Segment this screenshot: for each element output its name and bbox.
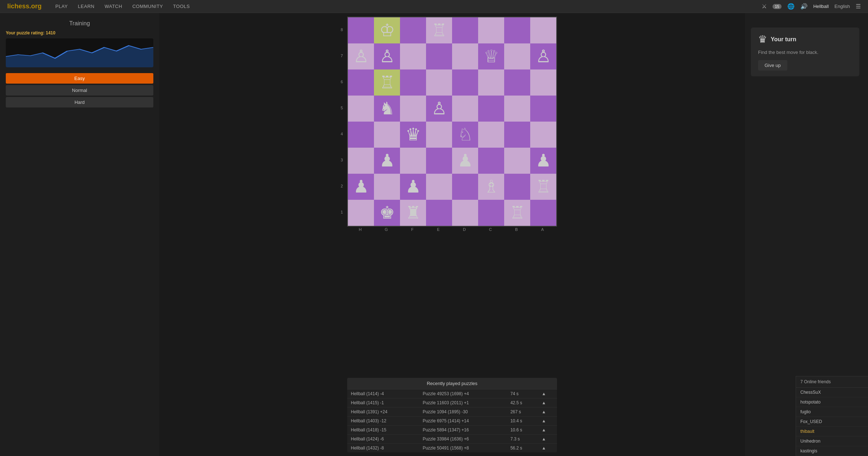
white-knight-d4: ♘ (458, 126, 473, 143)
square-b2[interactable] (504, 174, 530, 200)
square-a8[interactable] (530, 17, 556, 43)
site-logo[interactable]: lichess.org (7, 3, 42, 10)
square-h3[interactable] (348, 148, 374, 174)
square-e8[interactable]: ♖ (426, 17, 452, 43)
nav-community[interactable]: COMMUNITY (132, 4, 163, 9)
square-a3[interactable]: ♟ (530, 148, 556, 174)
square-g6[interactable]: ♖ (374, 69, 400, 96)
nav-tools[interactable]: TOOLS (173, 4, 190, 9)
square-e5[interactable]: ♙ (426, 96, 452, 122)
square-a4[interactable] (530, 122, 556, 148)
square-g1[interactable]: ♚ (374, 200, 400, 226)
square-c1[interactable] (478, 200, 504, 226)
square-f7[interactable] (400, 43, 426, 69)
nav-play[interactable]: PLAY (55, 4, 68, 9)
give-up-button[interactable]: Give up (758, 60, 787, 71)
square-d6[interactable] (452, 69, 478, 96)
square-c3[interactable] (478, 148, 504, 174)
square-d2[interactable] (452, 174, 478, 200)
hamburger-icon[interactable]: ☰ (856, 3, 861, 10)
friend-item[interactable]: Fox_USED (796, 417, 868, 427)
difficulty-easy-button[interactable]: Easy (6, 73, 153, 84)
square-f5[interactable] (400, 96, 426, 122)
square-a5[interactable] (530, 96, 556, 122)
square-g5[interactable]: ♞ (374, 96, 400, 122)
puzzle-row[interactable]: Hellball (1415) -1 Puzzle 11603 (2011) +… (347, 398, 557, 408)
square-e3[interactable] (426, 148, 452, 174)
square-f8[interactable] (400, 17, 426, 43)
language-display[interactable]: English (834, 4, 850, 9)
square-a2[interactable]: ♖ (530, 174, 556, 200)
chess-board[interactable]: ♔ ♖ ♙ ♙ ♕ ♙ ♖ (347, 17, 557, 227)
puzzle-row[interactable]: Hellball (1391) +24 Puzzle 1094 (1895) -… (347, 408, 557, 417)
square-a6[interactable] (530, 69, 556, 96)
square-h6[interactable] (348, 69, 374, 96)
square-d1[interactable] (452, 200, 478, 226)
square-b6[interactable] (504, 69, 530, 96)
square-g3[interactable]: ♟ (374, 148, 400, 174)
square-c4[interactable] (478, 122, 504, 148)
square-d3[interactable]: ♟ (452, 148, 478, 174)
square-g8[interactable]: ♔ (374, 17, 400, 43)
square-f2[interactable]: ♟ (400, 174, 426, 200)
globe-icon[interactable]: 🌐 (787, 3, 795, 10)
square-a7[interactable]: ♙ (530, 43, 556, 69)
square-b3[interactable] (504, 148, 530, 174)
square-e4[interactable] (426, 122, 452, 148)
puzzle-row[interactable]: Hellball (1418) -15 Puzzle 5894 (1347) +… (347, 426, 557, 435)
nav-learn[interactable]: LEARN (78, 4, 94, 9)
square-d5[interactable] (452, 96, 478, 122)
square-c7[interactable]: ♕ (478, 43, 504, 69)
notification-badge[interactable]: 15 (773, 4, 781, 9)
square-h2[interactable]: ♟ (348, 174, 374, 200)
square-d7[interactable] (452, 43, 478, 69)
square-c5[interactable] (478, 96, 504, 122)
square-b8[interactable] (504, 17, 530, 43)
friend-item[interactable]: Unihedron (796, 436, 868, 446)
square-b1[interactable]: ♖ (504, 200, 530, 226)
square-b5[interactable] (504, 96, 530, 122)
square-f4[interactable]: ♛ (400, 122, 426, 148)
puzzle-row[interactable]: Hellball (1424) -6 Puzzle 33984 (1636) +… (347, 435, 557, 444)
square-c2[interactable]: ♗ (478, 174, 504, 200)
friend-item[interactable]: kastingis (796, 446, 868, 456)
puzzle-row-arrow: ▲ (538, 408, 557, 417)
puzzle-row[interactable]: Hellball (1403) -12 Puzzle 6975 (1414) +… (347, 417, 557, 426)
square-h4[interactable] (348, 122, 374, 148)
square-b4[interactable] (504, 122, 530, 148)
friend-item[interactable]: hotspotato (796, 397, 868, 407)
volume-icon[interactable]: 🔊 (800, 3, 808, 10)
friend-item[interactable]: fuglio (796, 407, 868, 417)
square-c6[interactable] (478, 69, 504, 96)
difficulty-normal-button[interactable]: Normal (6, 85, 153, 96)
square-e6[interactable] (426, 69, 452, 96)
friend-item[interactable]: thibault (796, 427, 868, 436)
square-d8[interactable] (452, 17, 478, 43)
friend-item[interactable]: ChessSuX (796, 388, 868, 397)
square-e7[interactable] (426, 43, 452, 69)
square-g4[interactable] (374, 122, 400, 148)
file-a: A (529, 227, 556, 232)
square-b7[interactable] (504, 43, 530, 69)
puzzle-row-time: 42.5 s (507, 398, 538, 408)
square-e1[interactable] (426, 200, 452, 226)
square-h8[interactable] (348, 17, 374, 43)
square-a1[interactable] (530, 200, 556, 226)
square-e2[interactable] (426, 174, 452, 200)
square-h5[interactable] (348, 96, 374, 122)
your-turn-header: ♛ Your turn (758, 33, 852, 45)
puzzle-row[interactable]: Hellball (1414) -4 Puzzle 49253 (1698) +… (347, 389, 557, 398)
square-f6[interactable] (400, 69, 426, 96)
square-h1[interactable] (348, 200, 374, 226)
square-h7[interactable]: ♙ (348, 43, 374, 69)
square-f3[interactable] (400, 148, 426, 174)
square-d4[interactable]: ♘ (452, 122, 478, 148)
square-g7[interactable]: ♙ (374, 43, 400, 69)
difficulty-hard-button[interactable]: Hard (6, 97, 153, 107)
square-f1[interactable]: ♜ (400, 200, 426, 226)
puzzle-row[interactable]: Hellball (1432) -8 Puzzle 50491 (1568) +… (347, 444, 557, 453)
square-g2[interactable] (374, 174, 400, 200)
square-c8[interactable] (478, 17, 504, 43)
username-display[interactable]: Hellball (813, 4, 829, 9)
nav-watch[interactable]: WATCH (105, 4, 122, 9)
